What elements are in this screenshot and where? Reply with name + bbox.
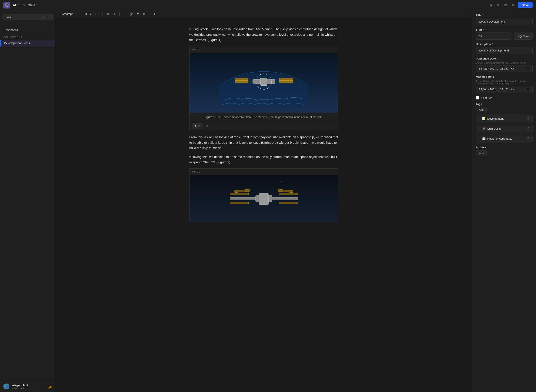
svg-point-35 [226, 74, 226, 74]
paragraph-2: From this, as well as looking at the cur… [189, 134, 338, 151]
image-actions-1: Edit [189, 121, 338, 131]
right-panel: Title * Slug * Regenerate Description * [472, 10, 536, 392]
add-author-button[interactable]: Add [476, 150, 487, 156]
tag-delete-button[interactable] [527, 127, 530, 131]
slug-row: Regenerate [476, 33, 533, 40]
tag-item-left: ⠿ 📝 Development [479, 117, 504, 120]
title-field: Title * [476, 14, 533, 25]
preview-button[interactable] [510, 2, 516, 8]
sidebar-content: Dashboard COLLECTIONS Development Posts [0, 24, 55, 381]
topbar-right: Save [487, 2, 533, 8]
divider-button[interactable]: — [122, 11, 127, 16]
image-placeholder-2 [189, 175, 338, 222]
title-required-star: * [482, 14, 484, 17]
svg-rect-44 [230, 193, 249, 195]
svg-rect-46 [279, 193, 298, 195]
add-block-button[interactable]: + [152, 11, 160, 16]
iss-image [189, 175, 338, 222]
branch-menu-button[interactable]: ··· [46, 15, 50, 19]
published-date-input[interactable] [476, 65, 533, 72]
editor-scroll[interactable]: During Week 8, we took some inspiration … [55, 18, 472, 392]
sidebar-item-dashboard[interactable]: Dashboard [0, 27, 55, 33]
paragraph-selector[interactable]: Paragraph [59, 11, 79, 16]
paragraph-dropdown-icon [75, 13, 77, 15]
svg-point-31 [230, 67, 230, 67]
sidebar-footer: 🔵 Integer Limit IntegerLimit 🌙 [0, 381, 55, 392]
toolbar-sep-1 [81, 12, 81, 16]
text-size-dropdown-icon [97, 13, 99, 15]
description-label: Description * [476, 42, 533, 46]
featured-checkbox[interactable] [476, 96, 479, 99]
svg-rect-23 [260, 78, 267, 86]
image-label-1: IMAGE [189, 46, 338, 53]
svg-rect-4 [505, 5, 506, 6]
svg-point-8 [106, 14, 107, 14]
bold-button[interactable]: B [83, 11, 88, 16]
branch-selector[interactable]: main ▾ ··· [3, 14, 52, 20]
link-button[interactable] [128, 12, 134, 16]
branch-dropdown-icon: ▾ [43, 16, 44, 19]
trash-button[interactable] [495, 2, 501, 8]
tags-list: ⠿ 📝 Development ⠿ 🚀 Ship Design ⠿ 🏥 Heal… [476, 115, 533, 143]
italic-button[interactable]: I [89, 11, 93, 16]
svg-point-32 [246, 65, 246, 65]
drag-handle[interactable]: ⠿ [479, 137, 480, 140]
collections-label: COLLECTIONS [0, 33, 55, 40]
history-button[interactable] [487, 2, 493, 8]
featured-field: Featured [476, 96, 533, 99]
modified-date-label: Modified Date [476, 75, 533, 79]
layout: main ▾ ··· Dashboard COLLECTIONS Develop… [0, 10, 536, 392]
svg-point-6 [106, 13, 107, 13]
svg-point-36 [304, 66, 304, 66]
svg-point-37 [230, 185, 230, 185]
tag-item: ⠿ 📝 Development [476, 115, 533, 123]
paragraph-label: Paragraph [60, 12, 73, 15]
tag-label: Health of Astronauts [487, 137, 512, 140]
image-caption-1: Figure 1: The Hermes Spacecraft from The… [189, 112, 338, 121]
description-required-star: * [492, 42, 493, 46]
description-input[interactable] [476, 47, 533, 54]
tag-emoji: 🚀 [482, 127, 486, 130]
tag-item-left: ⠿ 🚀 Ship Design [479, 127, 502, 130]
svg-point-5 [513, 5, 514, 5]
user-handle: IntegerLimit [11, 387, 28, 389]
sidebar-top: main ▾ ··· [0, 10, 55, 24]
ordered-list-button[interactable]: 1.2.3. [111, 12, 117, 16]
breadcrumb-current: wk-8 [28, 3, 35, 7]
text-size-button[interactable]: T [93, 11, 100, 16]
drag-handle[interactable]: ⠿ [479, 117, 480, 120]
quote-button[interactable] [135, 12, 141, 16]
image-block-2: IMAGE [189, 168, 338, 222]
regenerate-button[interactable]: Regenerate [514, 33, 533, 40]
breadcrumb: › wk-8 [21, 3, 35, 7]
tag-delete-button[interactable] [527, 137, 530, 140]
modified-date-input[interactable] [476, 86, 533, 93]
sidebar: main ▾ ··· Dashboard COLLECTIONS Develop… [0, 10, 55, 392]
text-format-group: B I T [83, 11, 100, 16]
title-input[interactable] [476, 18, 533, 25]
tags-section: Tags Add ⠿ 📝 Development ⠿ 🚀 Ship Design [476, 103, 533, 143]
slug-input[interactable] [476, 33, 512, 40]
image-delete-button-1[interactable] [205, 124, 209, 129]
svg-rect-48 [234, 189, 250, 193]
sidebar-item-development-posts[interactable]: Development Posts [0, 40, 55, 47]
tag-delete-button[interactable] [527, 117, 530, 121]
bullet-list-button[interactable] [105, 12, 111, 16]
save-button[interactable]: Save [518, 2, 533, 8]
columns-button[interactable] [142, 12, 148, 16]
svg-rect-49 [278, 189, 293, 193]
breadcrumb-separator: › [26, 3, 27, 7]
avatar: 🔵 [3, 383, 9, 389]
slug-field: Slug * Regenerate [476, 28, 533, 40]
add-tag-button[interactable]: Add [476, 107, 487, 113]
user-text: Integer Limit IntegerLimit [11, 384, 28, 389]
drag-handle[interactable]: ⠿ [479, 127, 480, 130]
image-edit-button-1[interactable]: Edit [192, 124, 203, 129]
duplicate-button[interactable] [503, 2, 508, 8]
theme-toggle-button[interactable]: 🌙 [47, 385, 52, 389]
list-group: 1.2.3. [105, 12, 117, 16]
svg-point-38 [241, 182, 242, 182]
description-field: Description * [476, 42, 533, 54]
tags-label: Tags [476, 103, 533, 106]
modified-date-field: Modified Date To Fix: Does not Currently… [476, 75, 533, 93]
